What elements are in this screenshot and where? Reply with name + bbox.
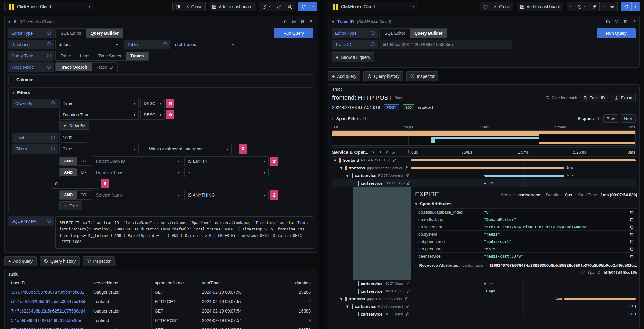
column-header[interactable]: duration — [246, 279, 314, 287]
collapse-chevron-icon[interactable]: ▾ — [332, 19, 334, 24]
run-query-button[interactable]: Run Query — [274, 28, 313, 38]
query-history-button[interactable]: Query history — [363, 71, 403, 81]
order-by-field-select[interactable]: Time▾ — [59, 99, 139, 108]
limit-input[interactable]: 1000 — [59, 133, 87, 143]
trace-id-link[interactable]: 77fc5074882af98925b1f76c091988b7 — [8, 325, 90, 329]
inspector-button[interactable]: ⓘInspector — [83, 256, 115, 266]
split-pane-button[interactable] — [173, 2, 183, 11]
copy-icon[interactable] — [630, 247, 634, 251]
run-query-button[interactable]: Run Query — [597, 28, 636, 38]
and-option[interactable]: AND — [60, 191, 77, 199]
trace-id-link[interactable]: 7f47c62234b6bd2a5a62521875588bd4 — [8, 306, 90, 316]
query-type-table[interactable]: Table — [56, 52, 75, 60]
chevron-down-icon[interactable]: ▾ — [340, 296, 344, 302]
or-option[interactable]: OR — [77, 157, 91, 165]
duplicate-query-icon[interactable] — [283, 20, 288, 24]
and-option[interactable]: AND — [60, 157, 77, 165]
prev-span-button[interactable]: Prev — [603, 114, 618, 123]
chevron-down-icon[interactable]: ▾ — [340, 165, 344, 171]
zoom-out-button[interactable] — [284, 2, 295, 11]
query-type-logs[interactable]: Logs — [75, 52, 94, 60]
add-to-dashboard-button[interactable]: Add to dashboard — [209, 2, 256, 11]
span-link-icon[interactable] — [406, 181, 411, 185]
span-link-icon[interactable] — [405, 281, 409, 286]
span-link-icon[interactable] — [404, 166, 408, 170]
span-link-icon[interactable] — [405, 173, 410, 178]
table-select[interactable]: otel_traces▾ — [172, 40, 237, 49]
remove-condition-button[interactable] — [270, 190, 278, 200]
chevron-down-icon[interactable]: ▾ — [334, 157, 338, 163]
order-by-field-select[interactable]: Duration Time▾ — [59, 110, 139, 120]
column-header[interactable]: operationName — [152, 279, 199, 287]
service-operation-header[interactable]: Service & Oper... » — [332, 150, 406, 155]
run-refresh-button[interactable] — [621, 2, 631, 11]
query-type-traces[interactable]: Traces — [126, 52, 148, 60]
filter-op-select[interactable]: Within dashboard time range▾ — [146, 144, 232, 154]
trace-id-input[interactable]: 5f1d69baf92314f20d4f8f561b58e3de — [379, 40, 512, 49]
condition-value-input[interactable]: 0 — [52, 179, 99, 189]
remove-condition-button[interactable] — [270, 157, 278, 166]
copy-icon[interactable] — [630, 210, 634, 215]
condition-field-select[interactable]: Duration Time▾ — [93, 168, 183, 177]
duplicate-query-icon[interactable] — [606, 20, 610, 24]
export-button[interactable]: Export — [611, 94, 636, 102]
refresh-interval-caret[interactable]: ▾ — [309, 2, 317, 11]
chevron-down-icon[interactable] — [371, 150, 375, 154]
drag-handle-icon[interactable] — [631, 20, 636, 24]
span-attributes-header[interactable]: ▾Span Attributes — [415, 201, 637, 206]
give-feedback-button[interactable]: Give feedback — [545, 96, 577, 100]
span-row[interactable]: cartserviceEXPIRE (0μs0μs — [332, 179, 636, 187]
trace-id-link[interactable]: 5f1d69baf92314f20d4f8f561b58e3de — [8, 316, 90, 325]
span-link-icon[interactable] — [404, 297, 408, 301]
span-link-icon[interactable] — [405, 312, 409, 316]
chevron-right-icon[interactable]: › — [332, 116, 334, 121]
condition-op-select[interactable]: IS ANYTHING▾ — [184, 190, 269, 200]
sql-editor-tab[interactable]: SQL Editor — [56, 29, 86, 38]
link-split-button[interactable] — [589, 2, 599, 11]
time-picker-button[interactable]: ▾ — [574, 2, 589, 11]
resource-attributes-row[interactable]: ›Resource Attributes:container.id =f2662… — [415, 263, 637, 268]
query-builder-tab[interactable]: Query Builder — [410, 29, 447, 38]
copy-icon[interactable] — [630, 232, 634, 237]
trace-mode-id[interactable]: Trace ID — [92, 63, 117, 71]
query-builder-tab[interactable]: Query Builder — [86, 29, 123, 38]
double-chevron-right-icon[interactable]: » — [392, 150, 395, 155]
order-by-dir-select[interactable]: DESC▾ — [140, 99, 165, 108]
query-type-timeseries[interactable]: Time Series — [94, 52, 126, 60]
span-link-icon[interactable] — [392, 158, 396, 162]
condition-op-select[interactable]: >▾ — [184, 168, 269, 177]
span-row[interactable]: ▾frontendHTTP POST (3ms) — [332, 157, 636, 164]
time-shift-left-button[interactable]: ‹ — [567, 2, 574, 11]
trace-id-link[interactable]: 3c7074f085679976b07a79ef5476d802 — [8, 287, 90, 297]
remove-filter-button[interactable] — [239, 144, 247, 154]
time-shift-right-button[interactable]: › — [599, 2, 607, 11]
chevron-down-icon[interactable]: ▾ — [346, 304, 350, 309]
span-row[interactable]: ▾cartservicePOST /oteldem(1ms — [332, 172, 636, 179]
span-row[interactable]: cartserviceHMSET (0μs0μs — [332, 287, 636, 295]
datasource-picker[interactable]: ClickHouse Cloud ▾ — [4, 2, 94, 11]
span-row[interactable]: ▾frontendgrpc.oteldemo.CartSer2ms — [332, 164, 636, 172]
span-row[interactable]: ▾frontendgrpc.oteldemo.CartSer1ms — [332, 295, 636, 303]
copy-icon[interactable] — [630, 254, 634, 258]
remove-value-button[interactable] — [101, 179, 109, 188]
close-button[interactable]: ×Close — [491, 2, 513, 11]
split-pane-button[interactable] — [480, 2, 491, 11]
span-row[interactable]: ▾cartservicePOST /oteldem(0μs — [332, 303, 636, 310]
trace-minimap[interactable] — [332, 130, 636, 146]
next-span-button[interactable]: Next — [621, 114, 636, 123]
column-resize-handle[interactable]: ‖ — [406, 150, 411, 154]
span-link-icon[interactable] — [406, 289, 410, 293]
inspector-button[interactable]: ⓘInspector — [406, 71, 438, 81]
filter-field-select[interactable]: Time▾ — [59, 144, 139, 154]
columns-section[interactable]: ›Columns — [8, 74, 313, 85]
order-by-dir-select[interactable]: DESC▾ — [140, 110, 165, 120]
condition-field-select[interactable]: Service Name▾ — [93, 190, 183, 200]
add-to-dashboard-button[interactable]: Add to dashboard — [517, 2, 564, 11]
copy-icon[interactable] — [630, 218, 634, 222]
run-refresh-button[interactable] — [299, 2, 309, 11]
refresh-interval-caret[interactable]: ▾ — [631, 2, 639, 11]
link-icon[interactable] — [581, 270, 585, 275]
column-header[interactable]: serviceName — [90, 279, 152, 287]
database-select[interactable]: default▾ — [55, 40, 121, 49]
trace-mode-search[interactable]: Trace Search — [56, 63, 92, 71]
